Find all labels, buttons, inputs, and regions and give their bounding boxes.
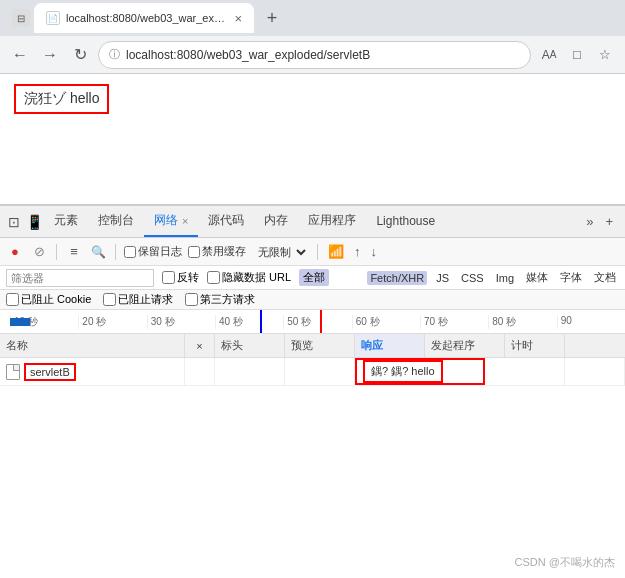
filter-toggle-button[interactable]: ≡	[65, 243, 83, 261]
t20: 20 秒	[78, 315, 146, 329]
address-text: localhost:8080/web03_war_exploded/servle…	[126, 48, 520, 62]
filter-font[interactable]: 字体	[557, 269, 585, 286]
tab-sources[interactable]: 源代码	[198, 206, 254, 237]
devtools-inspect-icon[interactable]: ⊡	[4, 212, 24, 232]
new-tab-button[interactable]: +	[258, 4, 286, 32]
all-type-filter[interactable]: 全部	[299, 269, 329, 286]
timeline-labels: 10 秒 20 秒 30 秒 40 秒 50 秒 60 秒 70 秒 80 秒 …	[0, 315, 625, 329]
filter-checkboxes: 反转 隐藏数据 URL 全部	[162, 269, 329, 286]
col-x: ×	[185, 334, 215, 357]
filter-js[interactable]: JS	[433, 271, 452, 285]
active-tab[interactable]: 📄 localhost:8080/web03_war_explo ×	[34, 3, 254, 33]
forward-button[interactable]: →	[38, 43, 62, 67]
nav-bar: ← → ↻ ⓘ localhost:8080/web03_war_explode…	[0, 36, 625, 74]
cell-response: 鍝? 鍝? hello	[355, 358, 485, 385]
tab-bar: ⊟ 📄 localhost:8080/web03_war_explo × +	[0, 0, 625, 36]
tab-title: localhost:8080/web03_war_explo	[66, 12, 228, 24]
tab-application[interactable]: 应用程序	[298, 206, 366, 237]
cell-preview	[285, 358, 355, 385]
col-initiator[interactable]: 发起程序	[425, 334, 505, 357]
file-icon	[6, 364, 20, 380]
t50: 50 秒	[283, 315, 351, 329]
col-preview[interactable]: 预览	[285, 334, 355, 357]
tab-close-icon[interactable]: ×	[234, 11, 242, 26]
window-icon: ⊟	[12, 9, 30, 27]
separator-3	[317, 244, 318, 260]
separator-1	[56, 244, 57, 260]
tab-memory[interactable]: 内存	[254, 206, 298, 237]
disable-cache-label[interactable]: 禁用缓存	[188, 244, 246, 259]
upload-icon[interactable]: ↑	[352, 244, 363, 259]
filter-bar: 反转 隐藏数据 URL 全部 Fetch/XHR JS CSS Img 媒体 字…	[0, 266, 625, 290]
address-bar[interactable]: ⓘ localhost:8080/web03_war_exploded/serv…	[98, 41, 531, 69]
page-text: 浣狅ゾ hello	[24, 90, 99, 106]
block-requests-label[interactable]: 已阻止请求	[103, 292, 173, 307]
timeline-bar-indicator	[10, 318, 30, 326]
record-button[interactable]: ●	[6, 243, 24, 261]
t40: 40 秒	[215, 315, 283, 329]
tab-console[interactable]: 控制台	[88, 206, 144, 237]
preserve-log-checkbox[interactable]	[124, 246, 136, 258]
timeline-red-line	[320, 310, 322, 333]
filter-media[interactable]: 媒体	[523, 269, 551, 286]
timeline-blue-line	[260, 310, 262, 333]
table-row[interactable]: servletB 鍝? 鍝? hello	[0, 358, 625, 386]
third-party-checkbox[interactable]	[185, 293, 198, 306]
add-tab-icon[interactable]: +	[601, 212, 617, 231]
tab-lighthouse[interactable]: Lighthouse	[366, 206, 445, 237]
cell-timing	[565, 358, 625, 385]
devtools-more-tabs: » +	[582, 212, 621, 231]
download-icon[interactable]: ↓	[369, 244, 380, 259]
search-network-button[interactable]: 🔍	[89, 243, 107, 261]
t90: 90	[557, 315, 625, 329]
block-cookies-checkbox[interactable]	[6, 293, 19, 306]
tab-network-close[interactable]: ×	[182, 215, 188, 227]
filter-input[interactable]	[6, 269, 154, 287]
t60: 60 秒	[352, 315, 420, 329]
nav-right-icons: AA □ ☆	[537, 43, 617, 67]
cell-header	[215, 358, 285, 385]
stop-button[interactable]: ⊘	[30, 243, 48, 261]
cell-name: servletB	[0, 358, 185, 385]
devtools-panel: ⊡ 📱 元素 控制台 网络 × 源代码 内存 应用程序 Lighthouse	[0, 204, 625, 386]
block-requests-checkbox[interactable]	[103, 293, 116, 306]
col-name[interactable]: 名称	[0, 334, 185, 357]
col-response[interactable]: 响应	[355, 334, 425, 357]
separator-2	[115, 244, 116, 260]
back-button[interactable]: ←	[8, 43, 32, 67]
block-cookies-label[interactable]: 已阻止 Cookie	[6, 292, 91, 307]
tab-favicon: 📄	[46, 11, 60, 25]
more-icon[interactable]: »	[582, 212, 597, 231]
filter-css[interactable]: CSS	[458, 271, 487, 285]
reverse-label[interactable]: 反转	[162, 270, 199, 285]
devtools-toolbar: ● ⊘ ≡ 🔍 保留日志 禁用缓存 无限制 📶 ↑ ↓	[0, 238, 625, 266]
preserve-log-label[interactable]: 保留日志	[124, 244, 182, 259]
network-table-header: 名称 × 标头 预览 响应 发起程序 计时	[0, 334, 625, 358]
filter-img[interactable]: Img	[493, 271, 517, 285]
col-timing[interactable]: 计时	[505, 334, 565, 357]
reverse-checkbox[interactable]	[162, 271, 175, 284]
favorites-icon[interactable]: ☆	[593, 43, 617, 67]
t80: 80 秒	[488, 315, 556, 329]
reload-button[interactable]: ↻	[68, 43, 92, 67]
browser-window: ⊟ 📄 localhost:8080/web03_war_explo × + ←…	[0, 0, 625, 578]
device-icon[interactable]: □	[565, 43, 589, 67]
wifi-icon[interactable]: 📶	[326, 244, 346, 259]
filter-doc[interactable]: 文档	[591, 269, 619, 286]
response-text: 鍝? 鍝? hello	[363, 360, 443, 383]
third-party-label[interactable]: 第三方请求	[185, 292, 255, 307]
hide-data-url-label[interactable]: 隐藏数据 URL	[207, 270, 291, 285]
hide-data-url-checkbox[interactable]	[207, 271, 220, 284]
throttle-select[interactable]: 无限制	[252, 245, 309, 259]
cell-x	[185, 358, 215, 385]
tab-elements[interactable]: 元素	[44, 206, 88, 237]
t30: 30 秒	[147, 315, 215, 329]
reader-mode-icon[interactable]: AA	[537, 43, 561, 67]
col-header[interactable]: 标头	[215, 334, 285, 357]
disable-cache-checkbox[interactable]	[188, 246, 200, 258]
devtools-device-icon[interactable]: 📱	[24, 212, 44, 232]
tab-network[interactable]: 网络 ×	[144, 206, 198, 237]
filter-fetch-xhr[interactable]: Fetch/XHR	[367, 271, 427, 285]
block-filters-bar: 已阻止 Cookie 已阻止请求 第三方请求	[0, 290, 625, 310]
timeline-bar: 10 秒 20 秒 30 秒 40 秒 50 秒 60 秒 70 秒 80 秒 …	[0, 310, 625, 334]
